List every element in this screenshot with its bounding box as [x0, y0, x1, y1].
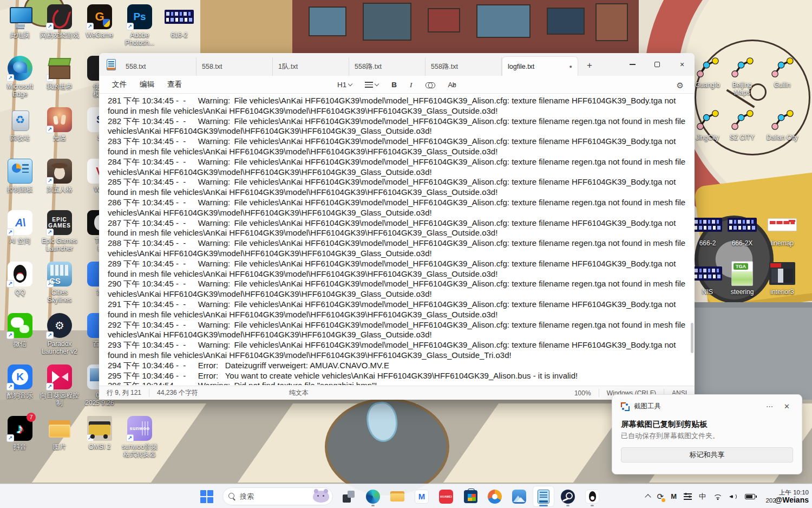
bold-button[interactable]: B — [387, 79, 401, 91]
steam-icon — [561, 490, 575, 504]
desktop-icon-label: 向日葵远程控制 — [40, 392, 79, 407]
desktop-icon-netease-games[interactable]: ↗网易发烧游戏 — [37, 4, 82, 39]
text-editor[interactable]: 281 下午 10:34:45 - - Warning: File vehicl… — [99, 94, 695, 385]
taskbar-microsoft-store-button[interactable] — [460, 486, 481, 507]
desktop-icon-616-2[interactable]: 616-2 — [156, 4, 202, 39]
desktop-icon-label: CitiesSkylines — [48, 289, 72, 304]
link-button[interactable] — [421, 80, 440, 90]
taskbar-steam-button[interactable] — [557, 486, 579, 507]
minimize-button[interactable] — [620, 53, 645, 76]
desktop-icon-label: MicrosoftEdge — [7, 83, 34, 98]
chevron-down-icon — [375, 82, 379, 86]
taskbar-qq-button[interactable] — [581, 486, 603, 507]
taskbar-search[interactable]: 搜索 — [222, 487, 333, 505]
tray-sync-icon[interactable]: ⟳ — [657, 492, 664, 502]
desktop-icon-epic-games-launcher[interactable]: EPIC GAMES↗Epic GamesLauncher — [37, 210, 82, 252]
taskbar-m-app-button[interactable]: M — [411, 486, 433, 507]
toast-close-button[interactable]: ✕ — [781, 401, 793, 412]
shortcut-arrow-icon: ↗ — [6, 434, 14, 442]
volume-icon[interactable] — [729, 493, 738, 500]
desktop-icon-interior3[interactable]: interior3 — [759, 261, 805, 296]
taskbar-tool-app-button[interactable] — [484, 486, 506, 507]
adobe-photoshop-icon: Ps↗ — [127, 4, 152, 29]
desktop-icon-sunflower-remote[interactable]: ↗向日葵远程控制 — [37, 364, 82, 407]
taskbar-huawei-store-button[interactable]: HUAWEI — [435, 486, 457, 507]
heading-button[interactable]: H1 — [333, 79, 356, 91]
desktop-icon-label: 我的世界 — [47, 83, 73, 90]
sunflower-remote-icon: ↗ — [47, 364, 72, 389]
markup-share-button[interactable]: 标记和共享 — [621, 447, 793, 463]
toast-more-button[interactable]: ⋯ — [763, 401, 776, 412]
battery-icon[interactable] — [745, 494, 755, 499]
desktop-icon-pictures[interactable]: 图片 — [37, 416, 82, 451]
taskbar-edge-button[interactable] — [362, 486, 384, 507]
log-line-283: 283 下午 10:34:45 - - Warning: File vehicl… — [108, 136, 687, 157]
maximize-button[interactable] — [645, 53, 670, 76]
tray-m-icon[interactable]: M — [671, 492, 677, 500]
desktop-icon-label: 抖音 — [14, 443, 27, 451]
desktop-icon-sunwoo-converter[interactable]: sunwoo↗sunwoo音频格式转换器 — [117, 416, 162, 458]
desktop-icon-dalian-city[interactable]: Dalian City — [759, 107, 805, 141]
tab-558_.txt-4[interactable]: 558路.txt — [425, 57, 502, 76]
wifi-icon[interactable] — [713, 493, 722, 500]
italic-button[interactable]: I — [405, 79, 417, 92]
tray-mixer-icon[interactable] — [684, 493, 692, 500]
list-button[interactable] — [361, 80, 383, 90]
new-tab-button[interactable]: + — [580, 57, 599, 74]
tab-558.txt-1[interactable]: 558.txt — [197, 57, 273, 76]
running-indicator — [371, 505, 375, 506]
taskbar-start-button[interactable] — [196, 486, 218, 507]
taskbar-notepad-button[interactable] — [533, 486, 554, 507]
vertical-scrollbar[interactable] — [691, 96, 693, 340]
desktop-icon-sky[interactable]: ↗光遇 — [37, 107, 82, 142]
photos-icon — [512, 490, 526, 504]
qq-icon — [585, 490, 599, 504]
shortcut-arrow-icon: ↗ — [126, 434, 134, 442]
desktop-icon-minecraft[interactable]: ↗我的世界 — [37, 56, 82, 90]
desktop-icon-linemap[interactable]: linemap — [759, 212, 805, 247]
taskbar-file-explorer-button[interactable] — [387, 486, 408, 507]
toast-app-name: 截图工具 — [634, 402, 661, 411]
taskbar-clock[interactable]: 上午 10:10 202@Weians — [762, 489, 809, 504]
log-line-291: 291 下午 10:34:45 - - Warning: File vehicl… — [108, 299, 687, 320]
scrollbar-thumb[interactable] — [691, 323, 693, 353]
menu-edit[interactable]: 编辑 — [133, 77, 161, 92]
clear-format-button[interactable]: Ab — [444, 79, 461, 91]
tab-558.txt-0[interactable]: 558.txt — [120, 57, 197, 76]
tab-558_.txt-3[interactable]: 558路.txt — [349, 57, 425, 76]
desktop-icon-omsi-2[interactable]: ↗OMSI 2 — [77, 416, 122, 451]
close-button[interactable]: × — [670, 53, 695, 76]
desktop-icon-label: 第五人格 — [47, 186, 73, 193]
desktop-icon-666-2x[interactable]: 666-2X — [719, 212, 765, 247]
notepad-window: 558.txt558.txt1队.txt558路.txt558路.txtlogf… — [99, 53, 695, 400]
shortcut-arrow-icon: ↗ — [46, 126, 54, 133]
desktop-icon-wegame[interactable]: G↗WeGame — [77, 4, 122, 39]
desktop-icon-guilin[interactable]: Guilin — [759, 54, 805, 89]
ime-indicator[interactable]: 中 — [699, 492, 706, 502]
taskbar-photos-button[interactable] — [508, 486, 530, 507]
snipping-tool-icon — [621, 402, 630, 411]
shortcut-arrow-icon: ↗ — [6, 74, 14, 82]
tab-1_.txt-2[interactable]: 1队.txt — [273, 57, 349, 76]
desktop-icon-cities-skylines[interactable]: CS↗CitiesSkylines — [37, 262, 82, 304]
taskbar-task-view-button[interactable] — [338, 486, 359, 507]
desktop-icon-beijing-maps[interactable]: BeijingMaps — [719, 54, 765, 96]
desktop-icon-label: 666-2X — [732, 239, 753, 247]
shortcut-arrow-icon: ↗ — [46, 331, 54, 339]
m-app-icon: M — [415, 490, 429, 504]
desktop-icon-sz-city[interactable]: SZ CITY — [719, 107, 765, 141]
desktop-icon-identity-v[interactable]: ↗第五人格 — [37, 159, 82, 193]
desktop-icon-label: BeijingMaps — [732, 81, 752, 96]
settings-button[interactable]: ⚙ — [673, 79, 687, 93]
desktop-icon-adobe-photoshop[interactable]: Ps↗AdobePhotosh... — [117, 4, 162, 47]
wegame-icon: G↗ — [87, 4, 112, 29]
desktop-icon-steering[interactable]: TGAsteering — [719, 261, 765, 296]
desktop-icon-paradox-launcher[interactable]: ⚙↗ParadoxLauncher v2 — [37, 313, 82, 355]
paradox-launcher-icon: ⚙↗ — [47, 313, 72, 338]
zoom-level[interactable]: 100% — [567, 389, 599, 397]
tray-chevron-up-icon[interactable] — [646, 493, 650, 499]
menu-file[interactable]: 文件 — [106, 77, 133, 92]
menu-view[interactable]: 查看 — [161, 77, 188, 92]
tab-logfile.txt-5[interactable]: logfile.txt● — [502, 56, 578, 76]
status-bar: 行 9, 列 121 44,236 个字符 纯文本 100% Windows (… — [99, 386, 695, 400]
